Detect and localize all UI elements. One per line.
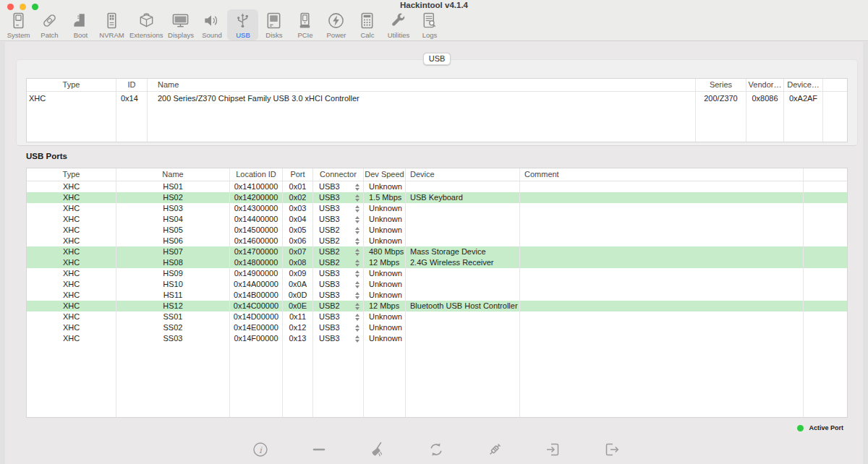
connector-popup[interactable]: USB3 [313,290,364,301]
port-dev-speed: 480 Mbps [364,246,406,257]
col-header-vendor[interactable]: Vendor… [746,79,784,91]
connector-popup[interactable]: USB2 [313,225,364,236]
port-row[interactable]: XHC SS03 0x14F00000 0x13 USB3 Unknown [27,333,847,344]
port-row[interactable]: XHC HS10 0x14A00000 0x0A USB3 Unknown [27,279,847,290]
col-header-name[interactable]: Name [116,168,230,181]
remove-button[interactable] [310,441,328,460]
toolbar-item-extensions[interactable]: Extensions [127,9,165,40]
port-row[interactable]: XHC HS11 0x14B00000 0x0D USB3 Unknown [27,290,847,301]
port-row[interactable]: XHC HS02 0x14200000 0x02 USB3 1.5 Mbps U… [27,192,847,203]
refresh-button[interactable] [427,441,445,460]
connector-popup[interactable]: USB3 [313,312,364,322]
connector-popup[interactable]: USB3 [313,192,364,203]
clean-button[interactable] [369,441,386,460]
toolbar-item-logs[interactable]: Logs [414,9,445,40]
port-row[interactable]: XHC SS01 0x14D00000 0x11 USB3 Unknown [27,312,847,322]
port-row[interactable]: XHC HS07 0x14700000 0x07 USB2 480 Mbps M… [27,246,847,257]
port-row[interactable]: XHC HS04 0x14400000 0x04 USB3 Unknown [27,214,847,225]
col-header-comment[interactable]: Comment [520,168,804,181]
port-name: HS06 [116,236,230,246]
port-number: 0x13 [283,333,313,344]
connector-value: USB3 [319,290,340,301]
connector-popup[interactable]: USB3 [313,322,364,333]
port-comment [520,192,804,203]
port-name: SS02 [116,322,230,333]
toolbar-item-patch[interactable]: Patch [34,9,65,40]
connector-popup[interactable]: USB3 [313,181,364,192]
toolbar-item-disks[interactable]: Disks [258,9,289,40]
col-header-location[interactable]: Location ID [230,168,283,181]
port-type: XHC [27,322,116,333]
connector-value: USB2 [319,301,340,312]
refresh-icon [427,441,445,458]
toolbar-item-calc[interactable]: Calc [352,9,383,40]
port-device [406,181,520,192]
toolbar-item-power[interactable]: Power [320,9,352,40]
port-location-id: 0x14D00000 [230,312,283,322]
port-row[interactable]: XHC HS06 0x14600000 0x06 USB2 Unknown [27,236,847,246]
port-dev-speed: Unknown [364,225,406,236]
controller-name: 200 Series/Z370 Chipset Family USB 3.0 x… [148,92,696,106]
main-toolbar: System Patch Boot NVRAM Extensions Displ… [3,9,445,40]
connector-popup[interactable]: USB3 [313,203,364,214]
port-device: USB Keyboard [406,192,520,203]
bottom-toolbar: i [252,441,621,460]
col-header-dev-speed[interactable]: Dev Speed [364,168,406,181]
port-row[interactable]: XHC HS03 0x14300000 0x03 USB3 Unknown [27,203,847,214]
connector-popup[interactable]: USB2 [313,246,364,257]
port-comment [520,312,804,322]
toolbar-item-sound[interactable]: Sound [196,9,227,40]
connector-popup[interactable]: USB3 [313,268,364,279]
port-type: XHC [27,203,116,214]
col-header-id[interactable]: ID [116,79,148,91]
toolbar-item-boot[interactable]: Boot [65,9,96,40]
toolbar-item-usb[interactable]: USB [227,9,258,40]
toolbar-item-system[interactable]: System [3,9,34,40]
window-left-edge [0,42,5,464]
controller-device-id: 0xA2AF [784,92,823,106]
info-button[interactable]: i [252,441,269,460]
connector-popup[interactable]: USB3 [313,279,364,290]
col-header-type[interactable]: Type [27,79,116,91]
col-header-device[interactable]: Device… [784,79,823,91]
col-header-device[interactable]: Device [406,168,520,181]
controller-row[interactable]: XHC 0x14 200 Series/Z370 Chipset Family … [27,92,847,106]
connector-popup[interactable]: USB2 [313,236,364,246]
port-device [406,290,520,301]
col-header-series[interactable]: Series [696,79,746,91]
port-row[interactable]: XHC SS02 0x14E00000 0x12 USB3 Unknown [27,322,847,333]
inject-button[interactable] [486,441,503,460]
export-button[interactable] [603,441,621,460]
controller-type: XHC [27,92,116,106]
title-bar: Hackintool v4.1.4 System Patch Boot NVRA… [0,0,868,41]
port-name: SS03 [116,333,230,344]
toolbar-item-utilities[interactable]: Utilities [383,9,414,40]
connector-popup[interactable]: USB3 [313,214,364,225]
stepper-icon [355,281,359,288]
import-button[interactable] [545,441,562,460]
connector-popup[interactable]: USB3 [313,333,364,344]
port-dev-speed: 12 Mbps [364,301,406,312]
port-comment [520,214,804,225]
port-location-id: 0x14300000 [230,203,283,214]
stepper-icon [355,335,359,343]
toolbar-item-nvram[interactable]: NVRAM [96,9,127,40]
tab-usb[interactable]: USB [423,53,451,65]
port-location-id: 0x14100000 [230,181,283,192]
port-row[interactable]: XHC HS05 0x14500000 0x05 USB2 Unknown [27,225,847,236]
col-header-port[interactable]: Port [283,168,313,181]
port-row[interactable]: XHC HS08 0x14800000 0x08 USB2 12 Mbps 2.… [27,257,847,268]
col-header-name[interactable]: Name [148,79,696,91]
port-row[interactable]: XHC HS09 0x14900000 0x09 USB3 Unknown [27,268,847,279]
syringe-icon [486,441,503,458]
col-header-connector[interactable]: Connector [313,168,364,181]
port-row[interactable]: XHC HS01 0x14100000 0x01 USB3 Unknown [27,181,847,192]
toolbar-item-pcie[interactable]: PCIe [289,9,320,40]
connector-popup[interactable]: USB2 [313,301,364,312]
stepper-icon [355,270,359,278]
col-header-type[interactable]: Type [27,168,116,181]
toolbar-item-displays[interactable]: Displays [165,9,196,40]
connector-popup[interactable]: USB2 [313,257,364,268]
speaker-icon [203,12,221,30]
port-row[interactable]: XHC HS12 0x14C00000 0x0E USB2 12 Mbps Bl… [27,301,847,312]
